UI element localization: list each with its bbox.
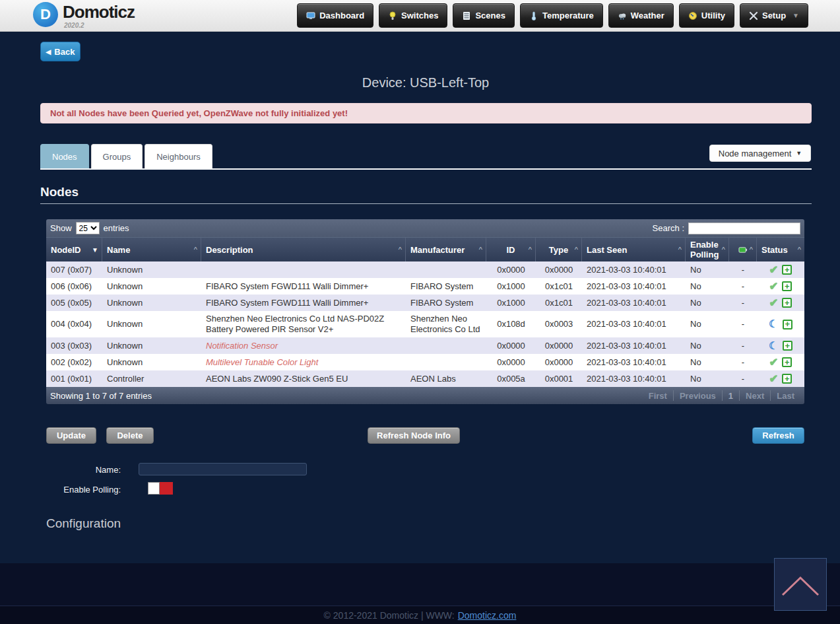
cell-text: 002 (0x02) <box>51 357 92 368</box>
add-node-icon[interactable]: + <box>782 374 792 384</box>
sort-icon: ^ <box>678 245 682 255</box>
refresh-button[interactable]: Refresh <box>752 427 804 444</box>
enable-polling-toggle[interactable] <box>148 482 173 495</box>
cell-type: 0x1c01 <box>536 278 582 295</box>
app-logo[interactable]: D Domoticz 2020.2 <box>33 2 135 29</box>
cell-text: 0x0000 <box>545 341 573 351</box>
status-sleeping-icon: ☽ <box>769 319 778 329</box>
name-input[interactable] <box>139 463 307 475</box>
page-size-select[interactable]: 25 <box>76 222 100 234</box>
cell-node-id: 001 (0x01) <box>46 370 102 387</box>
scroll-to-top-button[interactable] <box>774 558 827 611</box>
column-header-last-seen[interactable]: Last Seen^ <box>582 238 686 261</box>
page-title: Device: USB-Left-Top <box>0 75 840 90</box>
table-row[interactable]: 005 (0x05)UnknownFIBARO System FGWD111 W… <box>46 295 804 311</box>
nav-button-label: Switches <box>401 11 438 20</box>
tab-neighbours[interactable]: Neighbours <box>145 144 212 169</box>
pager-next[interactable]: Next <box>739 390 770 401</box>
top-header-bar: D Domoticz 2020.2 DashboardSwitchesScene… <box>0 0 840 32</box>
cell-enable-polling: No <box>686 354 729 370</box>
tab-groups[interactable]: Groups <box>91 144 143 169</box>
sort-icon: ^ <box>194 245 197 255</box>
column-header-battery[interactable]: ^ <box>729 238 757 261</box>
column-header-nodeid[interactable]: NodeID▼ <box>46 238 102 261</box>
column-header-name[interactable]: Name^ <box>102 238 201 261</box>
cell-text: 0x1c01 <box>545 298 573 308</box>
cell-last-seen: 2021-03-03 10:40:01 <box>582 337 686 354</box>
thermometer-icon <box>529 11 538 20</box>
nav-button-temperature[interactable]: Temperature <box>520 3 603 28</box>
footer-link[interactable]: Domoticz.com <box>458 610 517 621</box>
back-button[interactable]: ◀ Back <box>40 42 81 61</box>
status-awake-icon: ✔ <box>769 265 778 275</box>
pager-previous[interactable]: Previous <box>673 390 722 401</box>
pager-1[interactable]: 1 <box>722 390 739 401</box>
configuration-title: Configuration <box>46 516 121 531</box>
delete-button[interactable]: Delete <box>106 427 154 444</box>
cell-text: FIBARO System FGWD111 Walli Dimmer+ <box>206 298 368 308</box>
cell-status: ☽+ <box>757 337 804 354</box>
table-row[interactable]: 001 (0x01)ControllerAEON Labs ZW090 Z-St… <box>46 370 804 387</box>
cell-name: Unknown <box>102 337 201 354</box>
nav-button-scenes[interactable]: Scenes <box>453 3 515 28</box>
add-node-icon[interactable]: + <box>782 265 792 275</box>
refresh-node-info-button[interactable]: Refresh Node Info <box>368 427 460 444</box>
weather-icon <box>618 11 627 20</box>
column-header-type[interactable]: Type^ <box>536 238 582 261</box>
column-header-status[interactable]: Status^ <box>757 238 804 261</box>
cell-description: AEON Labs ZW090 Z-Stick Gen5 EU <box>201 370 406 387</box>
cell-text: - <box>742 357 744 368</box>
tab-bar-underline <box>40 168 812 170</box>
cell-text: Shenzhen Neo Electronics Co Ltd <box>410 314 482 335</box>
column-label: Enable Polling <box>690 240 722 260</box>
cell-text: 2021-03-03 10:40:01 <box>587 357 666 368</box>
scenes-icon <box>462 11 471 20</box>
nav-button-switches[interactable]: Switches <box>379 3 447 28</box>
column-header-manufacturer[interactable]: Manufacturer^ <box>406 238 486 261</box>
column-header-enable-polling[interactable]: Enable Polling^ <box>686 238 729 261</box>
table-header-row: NodeID▼Name^Description^Manufacturer^ID^… <box>46 237 804 261</box>
search-input[interactable] <box>688 223 800 234</box>
cell-text: Unknown <box>107 319 143 329</box>
add-node-icon[interactable]: + <box>782 281 792 291</box>
pager-last[interactable]: Last <box>770 390 800 401</box>
tab-nodes[interactable]: Nodes <box>40 144 89 169</box>
sort-icon: ^ <box>479 245 482 255</box>
cell-description <box>201 261 406 278</box>
table-row[interactable]: 003 (0x03)UnknownNotification Sensor0x00… <box>46 337 804 354</box>
warning-text: Not all Nodes have been Queried yet, Ope… <box>50 108 348 118</box>
cell-enable-polling: No <box>686 295 729 311</box>
table-row[interactable]: 004 (0x04)UnknownShenzhen Neo Electronic… <box>46 311 804 337</box>
section-title: Nodes <box>40 185 79 199</box>
node-management-dropdown[interactable]: Node management ▼ <box>709 145 811 162</box>
nav-button-weather[interactable]: Weather <box>608 3 674 28</box>
setup-icon <box>749 11 758 20</box>
update-button[interactable]: Update <box>46 427 96 444</box>
add-node-icon[interactable]: + <box>782 357 792 367</box>
cell-node-id: 007 (0x07) <box>46 261 102 278</box>
cell-text: No <box>690 341 701 351</box>
column-label: Status <box>761 245 788 255</box>
column-header-id[interactable]: ID^ <box>486 238 536 261</box>
column-header-description[interactable]: Description^ <box>201 238 406 261</box>
table-row[interactable]: 007 (0x07)Unknown0x00000x00002021-03-03 … <box>46 261 804 278</box>
nav-button-label: Utility <box>701 11 725 20</box>
nav-button-utility[interactable]: Utility <box>679 3 734 28</box>
table-row[interactable]: 006 (0x06)UnknownFIBARO System FGWD111 W… <box>46 278 804 295</box>
cell-name: Controller <box>102 370 201 387</box>
cell-type: 0x0000 <box>536 261 582 278</box>
cell-text: Controller <box>107 374 144 384</box>
warning-banner: Not all Nodes have been Queried yet, Ope… <box>40 103 812 123</box>
nav-button-dashboard[interactable]: Dashboard <box>297 3 373 28</box>
add-node-icon[interactable]: + <box>783 320 792 329</box>
add-node-icon[interactable]: + <box>783 341 792 351</box>
column-label: Last Seen <box>587 245 627 255</box>
pager-first[interactable]: First <box>643 390 673 401</box>
add-node-icon[interactable]: + <box>782 298 792 308</box>
cell-last-seen: 2021-03-03 10:40:01 <box>582 261 686 278</box>
app-title: Domoticz <box>63 2 135 22</box>
cell-name: Unknown <box>102 261 201 278</box>
status-awake-icon: ✔ <box>769 374 778 384</box>
nav-button-setup[interactable]: Setup▼ <box>740 3 808 28</box>
table-row[interactable]: 002 (0x02)UnknownMultilevel Tunable Colo… <box>46 354 804 370</box>
